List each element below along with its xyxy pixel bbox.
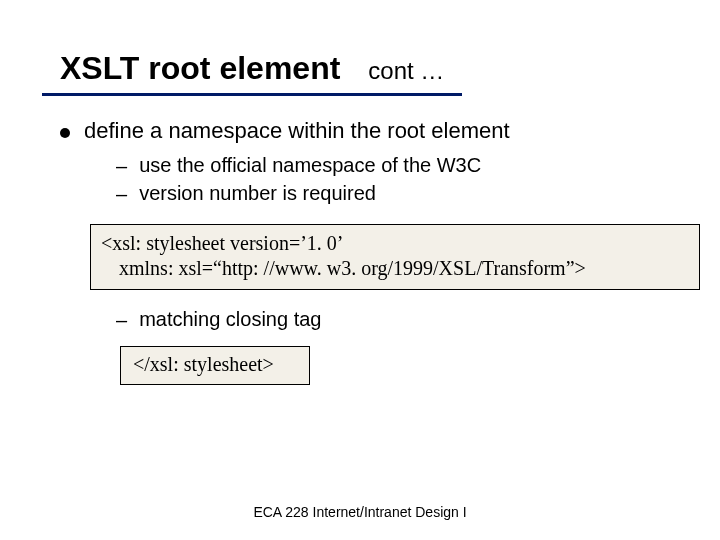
bullet-text: version number is required — [139, 182, 376, 205]
bullet-text: matching closing tag — [139, 308, 321, 331]
code-box-stylesheet-close: </xsl: stylesheet> — [120, 346, 310, 385]
title-row: XSLT root element cont … — [60, 50, 680, 87]
bullet-level2: – use the official namespace of the W3C — [116, 154, 680, 178]
code-line: <xsl: stylesheet version=’1. 0’ — [101, 232, 344, 254]
dash-icon: – — [116, 182, 127, 206]
title-underline — [42, 93, 462, 96]
bullet-text: use the official namespace of the W3C — [139, 154, 481, 177]
dash-icon: – — [116, 154, 127, 178]
bullet-level1: define a namespace within the root eleme… — [60, 118, 680, 144]
bullet-level2: – matching closing tag — [116, 308, 680, 332]
code-line: </xsl: stylesheet> — [133, 353, 274, 375]
bullet-level2: – version number is required — [116, 182, 680, 206]
code-box-stylesheet-open: <xsl: stylesheet version=’1. 0’ xmlns: x… — [90, 224, 700, 290]
slide-title: XSLT root element — [60, 50, 340, 87]
slide-title-cont: cont … — [368, 57, 444, 85]
slide: XSLT root element cont … define a namesp… — [0, 0, 720, 540]
bullet-dot-icon — [60, 128, 70, 138]
dash-icon: – — [116, 308, 127, 332]
code-line: xmlns: xsl=“http: //www. w3. org/1999/XS… — [101, 256, 689, 281]
footer-text: ECA 228 Internet/Intranet Design I — [0, 504, 720, 520]
bullet-text: define a namespace within the root eleme… — [84, 118, 510, 144]
